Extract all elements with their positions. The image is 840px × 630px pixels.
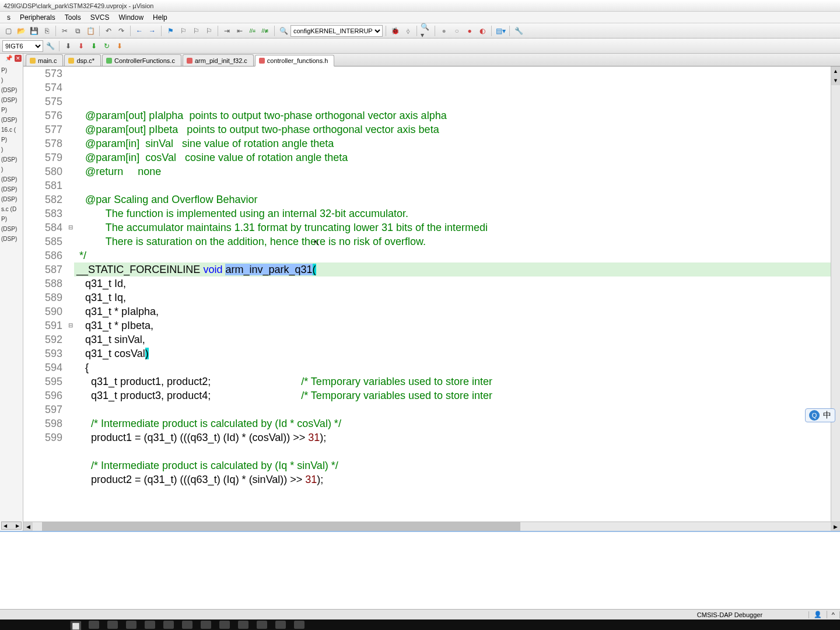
code-line[interactable]: q31_t product3, product4; /* Temporary v… xyxy=(74,388,831,402)
tree-item[interactable]: (DSP) xyxy=(1,85,23,95)
code-line[interactable]: q31_t Iq, xyxy=(74,290,831,304)
task-app7-icon[interactable] xyxy=(294,621,304,629)
menu-help[interactable]: Help xyxy=(148,12,172,23)
breakpoint3-icon[interactable]: ● xyxy=(464,25,475,37)
task-word-icon[interactable] xyxy=(201,621,211,629)
find-combo[interactable]: configKERNEL_INTERRUP xyxy=(290,25,383,37)
close-panel-icon[interactable]: ✕ xyxy=(15,55,22,62)
breakpoint4-icon[interactable]: ◐ xyxy=(477,25,488,37)
code-line[interactable]: @return none xyxy=(74,164,831,178)
code-line[interactable]: q31_t * pIalpha, xyxy=(74,304,831,318)
code-line[interactable]: The accumulator maintains 1.31 format by… xyxy=(74,220,831,235)
menu-s[interactable]: s xyxy=(2,12,15,23)
tree-item[interactable]: 16.c ( xyxy=(1,125,23,135)
code-line[interactable]: @param[in] sinVal sine value of rotation… xyxy=(74,136,831,150)
code-line[interactable]: q31_t product1, product2; /* Temporary v… xyxy=(74,374,831,388)
code-line[interactable]: q31_t sinVal, xyxy=(74,332,831,346)
open-icon[interactable]: 📂 xyxy=(15,25,27,37)
pin-icon[interactable]: 📌 xyxy=(5,55,12,61)
task-notepad-icon[interactable] xyxy=(163,621,174,629)
code-line[interactable] xyxy=(74,444,831,459)
status-up-icon[interactable]: ^ xyxy=(827,611,840,618)
download-icon[interactable]: ⬇ xyxy=(114,40,125,52)
tree-item[interactable]: (DSP) xyxy=(1,115,23,125)
tree-item[interactable]: (DSP) xyxy=(1,155,23,164)
build-icon[interactable]: ⬇ xyxy=(62,40,74,52)
file-tab[interactable]: ControllerFunctions.c xyxy=(102,54,181,66)
code-line[interactable]: product2 = (q31_t) (((q63_t) (Iq) * (sin… xyxy=(74,473,831,487)
task-app5-icon[interactable] xyxy=(238,621,249,629)
ime-indicator[interactable]: Q 中 xyxy=(805,408,835,422)
code-line[interactable]: q31_t Id, xyxy=(74,276,831,290)
paste-icon[interactable]: 📋 xyxy=(85,25,96,37)
code-line[interactable]: q31_t * pIbeta, xyxy=(74,318,831,332)
tree-item[interactable]: s.c (D xyxy=(1,204,23,214)
rebuild-icon[interactable]: ⬇ xyxy=(75,40,87,52)
code-line[interactable]: The function is implemented using an int… xyxy=(74,206,831,220)
bookmark-icon[interactable]: ⚑ xyxy=(164,25,176,37)
nav-back-icon[interactable]: ← xyxy=(134,25,145,37)
editor-vscroll[interactable]: ▲ ▼ xyxy=(831,66,840,522)
tree-item[interactable]: (DSP) xyxy=(1,224,23,234)
bookmark-prev-icon[interactable]: ⚐ xyxy=(177,25,189,37)
breakpoint2-icon[interactable]: ○ xyxy=(451,25,463,37)
status-person-icon[interactable]: 👤 xyxy=(809,611,827,618)
zoom-icon[interactable]: 🔍▾ xyxy=(420,25,432,37)
breakpoint-icon[interactable]: ● xyxy=(438,25,450,37)
task-explorer-icon[interactable] xyxy=(145,621,155,629)
debug-icon[interactable]: 🐞 xyxy=(389,25,401,37)
tree-item[interactable]: P) xyxy=(1,65,23,75)
task-app2-icon[interactable] xyxy=(126,621,136,629)
task-app3-icon[interactable] xyxy=(182,621,192,629)
uncomment-icon[interactable]: //≢ xyxy=(260,25,271,37)
config-icon[interactable]: 🔧 xyxy=(513,25,524,37)
code-editor[interactable]: 5735745755765775785795805815825835845855… xyxy=(23,66,840,522)
code-line[interactable]: /* Intermediate product is calculated by… xyxy=(74,416,831,430)
tree-item[interactable]: P) xyxy=(1,105,23,115)
save-icon[interactable]: 💾 xyxy=(28,25,40,37)
tree-item[interactable]: (DSP) xyxy=(1,194,23,204)
code-line[interactable]: @par Scaling and Overflow Behavior xyxy=(74,192,831,206)
menu-tools[interactable]: Tools xyxy=(60,12,86,23)
task-app4-icon[interactable] xyxy=(219,621,230,629)
code-line[interactable]: @param[out] pIalpha points to output two… xyxy=(74,108,831,123)
file-tab[interactable]: controller_functions.h xyxy=(255,55,335,66)
output-body[interactable] xyxy=(0,532,840,609)
tree-item[interactable]: P) xyxy=(1,214,23,224)
batch-build-icon[interactable]: ⬇ xyxy=(88,40,100,52)
target-combo[interactable]: 9IGT6 xyxy=(2,40,43,52)
file-tab[interactable]: arm_pid_init_f32.c xyxy=(183,54,254,66)
window-icon[interactable]: ▤▾ xyxy=(495,25,506,37)
code-line[interactable]: @param[in] cosVal cosine value of rotati… xyxy=(74,150,831,164)
options-icon[interactable]: 🔧 xyxy=(44,40,56,52)
tree-item[interactable]: P) xyxy=(1,135,23,145)
bookmark-next-icon[interactable]: ⚐ xyxy=(190,25,202,37)
insert-icon[interactable]: ⎀ xyxy=(402,25,414,37)
task-edge-icon[interactable] xyxy=(89,621,99,629)
tree-item[interactable]: ) xyxy=(1,145,23,155)
editor-hscroll[interactable]: ◀▶ xyxy=(23,522,840,531)
fold-column[interactable]: ⊟⊟ xyxy=(67,66,74,522)
bookmark-clear-icon[interactable]: ⚐ xyxy=(203,25,215,37)
tree-item[interactable]: ) xyxy=(1,75,23,85)
tree-item[interactable]: (DSP) xyxy=(1,174,23,184)
undo-icon[interactable]: ↶ xyxy=(103,25,114,37)
code-line[interactable]: { xyxy=(74,360,831,374)
redo-icon[interactable]: ↷ xyxy=(116,25,127,37)
nav-fwd-icon[interactable]: → xyxy=(146,25,158,37)
code-lines[interactable]: ↖ @param[out] pIalpha points to output t… xyxy=(74,66,831,522)
task-search-icon[interactable]: 🔲 xyxy=(70,621,80,629)
code-line[interactable]: There is saturation on the addition, hen… xyxy=(74,235,831,249)
file-tab[interactable]: dsp.c* xyxy=(64,54,101,66)
tree-item[interactable]: (DSP) xyxy=(1,184,23,194)
save-all-icon[interactable]: ⎘ xyxy=(41,25,52,37)
copy-icon[interactable]: ⧉ xyxy=(72,25,83,37)
new-icon[interactable]: ▢ xyxy=(2,25,14,37)
code-line[interactable]: product1 = (q31_t) (((q63_t) (Id) * (cos… xyxy=(74,430,831,444)
cut-icon[interactable]: ✂ xyxy=(59,25,71,37)
menu-svcs[interactable]: SVCS xyxy=(86,12,114,23)
code-line[interactable] xyxy=(74,402,831,416)
comment-icon[interactable]: //≡ xyxy=(247,25,258,37)
stop-build-icon[interactable]: ↻ xyxy=(101,40,113,52)
code-line[interactable]: __STATIC_FORCEINLINE void arm_inv_park_q… xyxy=(74,262,831,276)
